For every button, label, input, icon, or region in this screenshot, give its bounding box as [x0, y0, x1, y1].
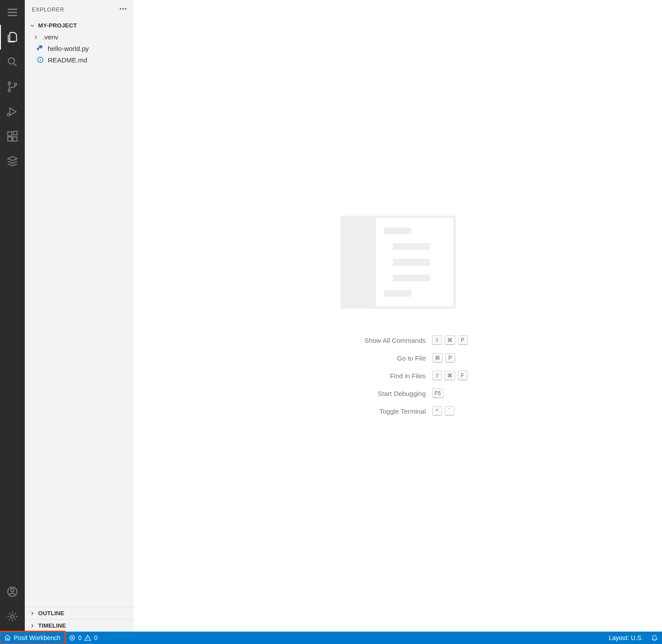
svg-point-0: [8, 58, 15, 64]
posit-icon: [6, 155, 19, 167]
outline-label: OUTLINE: [38, 610, 64, 617]
tree-item-label: hello-world.py: [48, 45, 89, 52]
key-shift: ⇧: [432, 335, 442, 345]
svg-rect-6: [8, 137, 12, 141]
activity-bar-top: [0, 0, 25, 174]
editor-placeholder-art: [341, 216, 456, 309]
status-workbench-label: Posit Workbench: [14, 634, 61, 641]
svg-point-1: [8, 82, 10, 84]
key-backtick: `: [445, 406, 454, 416]
shortcut-list: Show All Commands ⇧ ⌘ P Go to File ⌘ P F…: [329, 335, 468, 416]
svg-point-12: [120, 8, 121, 10]
explorer-title: EXPLORER: [32, 7, 64, 13]
svg-point-15: [39, 46, 40, 47]
timeline-label: TIMELINE: [38, 622, 66, 629]
project-name: MY-PROJECT: [38, 22, 77, 29]
info-file-icon: [36, 56, 44, 64]
status-problems[interactable]: 0 0: [65, 632, 102, 644]
activity-extensions[interactable]: [0, 124, 25, 149]
account-icon: [6, 586, 19, 598]
svg-point-4: [8, 113, 10, 116]
key-p: P: [458, 335, 468, 345]
outline-section-header[interactable]: OUTLINE: [25, 607, 134, 619]
explorer-sidebar: EXPLORER MY-PROJECT .venv hello-world.py: [25, 0, 134, 632]
tree-file-readme[interactable]: README.md: [25, 54, 134, 66]
svg-point-13: [123, 8, 124, 10]
activity-bar: [0, 0, 25, 632]
status-bar: Posit Workbench 0 0 Layout: U.S.: [0, 632, 662, 644]
shortcut-start-debugging: Start Debugging F5: [329, 388, 468, 398]
ellipsis-icon: [119, 4, 128, 13]
activity-search[interactable]: [0, 50, 25, 74]
key-cmd: ⌘: [445, 335, 455, 345]
shortcut-label: Find in Files: [329, 372, 426, 380]
tree-folder-venv[interactable]: .venv: [25, 31, 134, 43]
svg-point-11: [11, 615, 14, 618]
shortcut-show-all-commands: Show All Commands ⇧ ⌘ P: [329, 335, 468, 345]
warning-icon: [84, 634, 91, 641]
key-cmd: ⌘: [445, 371, 455, 380]
chevron-right-icon: [29, 623, 35, 629]
explorer-header: EXPLORER: [25, 0, 134, 19]
shortcut-toggle-terminal: Toggle Terminal ^ `: [329, 406, 468, 416]
home-icon: [4, 634, 11, 641]
tree-item-label: .venv: [43, 33, 58, 41]
status-posit-workbench[interactable]: Posit Workbench: [0, 632, 65, 644]
chevron-down-icon: [29, 23, 35, 29]
activity-accounts[interactable]: [0, 579, 25, 604]
key-f: F: [458, 371, 468, 380]
svg-point-2: [8, 89, 10, 92]
status-layout-label: Layout: U.S.: [609, 634, 643, 641]
chevron-right-icon: [33, 34, 39, 40]
hamburger-icon: [6, 6, 19, 19]
python-file-icon: [36, 44, 44, 52]
extensions-icon: [6, 130, 19, 143]
shortcut-label: Show All Commands: [329, 337, 426, 344]
shortcut-label: Toggle Terminal: [329, 407, 426, 415]
shortcut-label: Start Debugging: [329, 390, 426, 397]
shortcut-label: Go to File: [329, 354, 426, 362]
debug-run-icon: [6, 105, 19, 118]
git-branch-icon: [6, 81, 19, 93]
key-ctrl: ^: [432, 406, 442, 416]
timeline-section-header[interactable]: TIMELINE: [25, 619, 134, 632]
activity-debug[interactable]: [0, 99, 25, 124]
status-layout[interactable]: Layout: U.S.: [605, 632, 647, 644]
svg-point-14: [125, 8, 127, 10]
search-icon: [6, 56, 19, 68]
shortcut-goto-file: Go to File ⌘ P: [329, 353, 468, 363]
menu-button[interactable]: [0, 0, 25, 25]
key-p: P: [445, 353, 455, 363]
activity-posit[interactable]: [0, 149, 25, 174]
file-tree: .venv hello-world.py README.md: [25, 31, 134, 607]
editor-area: Show All Commands ⇧ ⌘ P Go to File ⌘ P F…: [134, 0, 662, 632]
svg-rect-5: [8, 132, 12, 136]
status-warnings-count: 0: [94, 634, 97, 641]
activity-bar-bottom: [0, 579, 25, 632]
activity-explorer[interactable]: [0, 25, 25, 50]
svg-rect-7: [13, 137, 17, 141]
bell-icon: [651, 634, 658, 641]
error-icon: [69, 634, 76, 641]
activity-settings[interactable]: [0, 604, 25, 629]
tree-file-hello-world[interactable]: hello-world.py: [25, 43, 134, 54]
status-notifications[interactable]: [647, 632, 662, 644]
activity-source-control[interactable]: [0, 74, 25, 99]
workbench: EXPLORER MY-PROJECT .venv hello-world.py: [0, 0, 662, 632]
key-cmd: ⌘: [432, 353, 443, 363]
status-errors-count: 0: [78, 634, 82, 641]
key-shift: ⇧: [432, 371, 442, 380]
shortcut-find-in-files: Find in Files ⇧ ⌘ F: [329, 371, 468, 380]
svg-rect-8: [13, 131, 17, 135]
svg-point-10: [11, 589, 14, 592]
tree-item-label: README.md: [48, 56, 87, 64]
files-icon: [6, 31, 19, 43]
chevron-right-icon: [29, 610, 35, 617]
explorer-more-button[interactable]: [119, 4, 128, 15]
project-section-header[interactable]: MY-PROJECT: [25, 19, 134, 31]
key-f5: F5: [432, 388, 444, 398]
gear-icon: [6, 610, 19, 623]
svg-point-3: [14, 83, 16, 85]
